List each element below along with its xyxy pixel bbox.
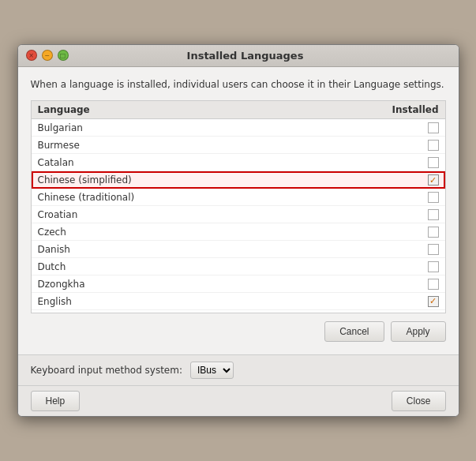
column-language: Language [38, 104, 90, 115]
titlebar: × − □ Installed Languages [18, 45, 459, 67]
table-row[interactable]: Catalan [32, 154, 445, 171]
apply-button[interactable]: Apply [391, 321, 446, 342]
table-row[interactable]: Chinese (traditional) [32, 189, 445, 206]
table-row[interactable]: Czech [32, 223, 445, 241]
lang-name: Dutch [38, 261, 66, 272]
lang-name: Bulgarian [38, 122, 83, 133]
table-row[interactable]: Danish [32, 241, 445, 258]
action-buttons: Cancel Apply [31, 313, 446, 347]
close-window-button[interactable]: × [26, 50, 37, 61]
help-button[interactable]: Help [31, 391, 81, 411]
table-row[interactable]: Croatian [32, 206, 445, 223]
table-row[interactable]: Burmese [32, 137, 445, 154]
table-row[interactable]: English [32, 293, 445, 310]
dialog-body: When a language is installed, individual… [18, 67, 459, 355]
lang-checkbox[interactable] [428, 261, 439, 272]
dialog-title: Installed Languages [40, 50, 451, 62]
installed-languages-dialog: × − □ Installed Languages When a languag… [17, 44, 459, 418]
table-row[interactable]: Dzongkha [32, 275, 445, 293]
keyboard-input-label: Keyboard input method system: [31, 365, 183, 376]
lang-name: Croatian [38, 209, 78, 220]
lang-checkbox[interactable] [428, 227, 439, 238]
cancel-button[interactable]: Cancel [324, 321, 384, 342]
lang-checkbox[interactable] [428, 174, 439, 186]
lang-checkbox[interactable] [428, 209, 439, 220]
table-header: Language Installed [32, 101, 445, 119]
table-row[interactable]: Chinese (simplified) [32, 171, 445, 189]
lang-name: Catalan [38, 157, 74, 168]
lang-checkbox[interactable] [428, 296, 439, 307]
column-installed: Installed [392, 104, 439, 115]
keyboard-input-select[interactable]: IBus [190, 362, 234, 379]
language-table-container[interactable]: Language Installed BulgarianBurmeseCatal… [31, 100, 446, 313]
lang-name: Danish [38, 244, 70, 255]
lang-name: English [38, 296, 72, 307]
lang-checkbox[interactable] [428, 279, 439, 290]
bottom-buttons-bar: Help Close [18, 385, 459, 416]
keyboard-input-bar: Keyboard input method system: IBus [18, 354, 459, 385]
lang-checkbox[interactable] [428, 157, 439, 168]
table-body: BulgarianBurmeseCatalanChinese (simplifi… [32, 119, 445, 313]
lang-checkbox[interactable] [428, 140, 439, 151]
lang-name: Chinese (simplified) [38, 174, 132, 186]
close-button[interactable]: Close [392, 391, 446, 411]
lang-checkbox[interactable] [428, 122, 439, 133]
lang-name: Czech [38, 227, 66, 238]
lang-checkbox[interactable] [428, 192, 439, 203]
lang-name: Dzongkha [38, 279, 85, 290]
description-text: When a language is installed, individual… [31, 78, 446, 92]
lang-name: Chinese (traditional) [38, 192, 135, 203]
close-icon: × [28, 52, 34, 59]
lang-checkbox[interactable] [428, 244, 439, 255]
table-row[interactable]: Bulgarian [32, 119, 445, 137]
table-row[interactable]: Dutch [32, 258, 445, 275]
dialog-wrapper: × − □ Installed Languages When a languag… [17, 44, 459, 418]
lang-name: Burmese [38, 140, 80, 151]
